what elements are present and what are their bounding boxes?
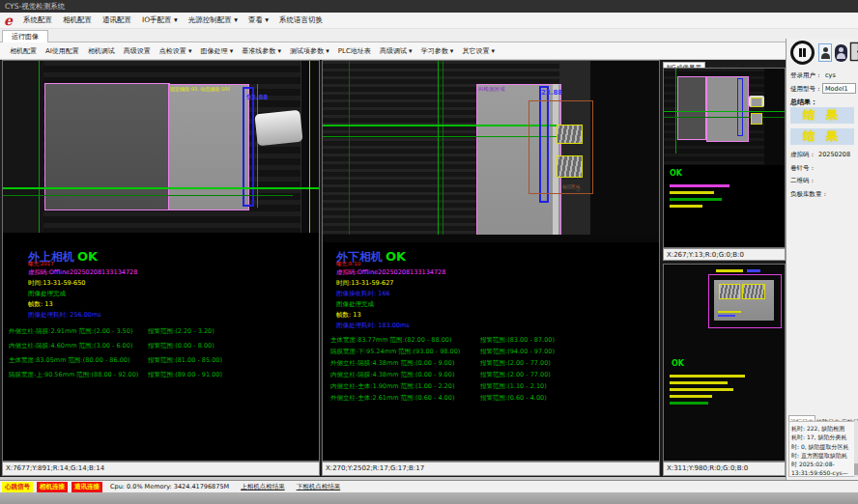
window-titlebar: CYS-视觉检测系统 <box>0 0 858 13</box>
alarm-range: 报警范围:(89.00 - 91.00) <box>148 371 222 379</box>
roi-blue-box <box>737 78 743 136</box>
blue-measure-label: 23.88 <box>541 89 562 97</box>
aux-bottom-ok-badge: OK <box>672 359 684 368</box>
user-icon <box>839 47 844 52</box>
tool-advanced-debug[interactable]: 高级调试 ▾ <box>380 46 413 56</box>
lower-camera-check-link[interactable]: 下相机点检结果 <box>297 483 341 491</box>
machine-shadow-left <box>3 61 43 233</box>
pin-number-label: 卷针号： <box>790 164 815 173</box>
alarm-range: 报警范围:(94.00 - 97.00) <box>480 348 555 356</box>
camera-connection-badge: 相机连接 <box>37 482 68 492</box>
measurement-row: 外侧立柱-隔膜:4.38mm 范围:(0.00 - 9.00) <box>330 359 454 368</box>
menu-item-view[interactable]: 查看 ▾ <box>248 15 269 25</box>
tool-ai-config[interactable]: AI使用配置 <box>45 46 79 56</box>
heartbeat-status-badge: 心跳信号 <box>2 482 33 492</box>
total-result-label: 总结果： <box>790 98 817 107</box>
result-display-1: 结 果 <box>790 107 854 124</box>
roi-pink-box-outer <box>44 83 170 210</box>
aux-top-coordbar: X:267;Y:13;R:0;G:0;B:0 <box>663 248 786 261</box>
result-display-2: 结 果 <box>790 128 854 145</box>
measurement-row: 内侧立柱-主体:1.90mm 范围:(1.00 - 2.20) <box>330 382 454 391</box>
aux-top-viewport[interactable]: OK <box>664 69 785 247</box>
alarm-range: 报警范围:(81.00 - 85.00) <box>148 356 222 365</box>
green-baseline-vertical <box>39 61 40 233</box>
left-camera-ok-badge: OK <box>77 249 98 264</box>
mid-camera-coordbar: X:270;Y:2502;R:17;G:17;B:17 <box>322 462 660 476</box>
user-login-button[interactable] <box>818 43 832 62</box>
measurement-row: 隔膜宽度-上:90.56mm 范围:(88.00 - 92.00) <box>9 371 138 379</box>
tool-spot-check[interactable]: 点检设置 ▾ <box>159 46 192 56</box>
model-select[interactable]: Model1 <box>822 83 856 94</box>
user-icon-body <box>837 53 845 59</box>
qr-code-label: 二维码： <box>790 177 815 185</box>
log-scrollbar-thumb[interactable] <box>854 463 858 475</box>
menu-item-language[interactable]: 系统语言切换 <box>279 15 323 25</box>
login-user-value: cys <box>825 71 836 79</box>
ai-region-label: AI检测区域 <box>478 86 504 93</box>
measurement-row: 外侧立柱-主体:2.61mm 范围:(0.60 - 4.00) <box>330 394 454 403</box>
defect-yellow-box-1 <box>751 98 762 107</box>
tiny-text-line <box>718 315 735 317</box>
tiny-text-line <box>716 269 743 272</box>
aux-tab-bar: NG成像显示相机内成像故障内成像 <box>663 55 786 68</box>
aux-top-panel: OK <box>663 68 786 248</box>
threshold-overlay-label: 固定阈值:93, 动态阈值:100 <box>170 86 230 92</box>
mid-camera-viewport[interactable]: AI检测区域 23.88 检测区域 <box>323 61 659 242</box>
upper-camera-check-link[interactable]: 上相机点检结果 <box>241 483 285 491</box>
menu-item-system-config[interactable]: 系统配置 <box>23 15 52 25</box>
alarm-range: 报警范围:(2.00 - 77.00) <box>480 359 551 368</box>
left-camera-panel: 固定阈值:93, 动态阈值:100 93.88 外上相机OK 曝光:2017 虚… <box>2 60 320 462</box>
tool-test-params[interactable]: 测试项参数 ▾ <box>290 46 329 56</box>
left-elapsed-text: 图像处理耗时: 256.00ms <box>28 311 101 320</box>
tool-other-settings[interactable]: 其它设置 ▾ <box>462 46 495 56</box>
tool-image-process[interactable]: 图像处理 ▾ <box>201 46 234 56</box>
user-profile-button[interactable] <box>835 44 847 62</box>
mid-camera-ok-badge: OK <box>386 249 406 264</box>
menu-bar: e 系统配置 相机配置 通讯配置 IO手配置 ▾ 光源控制配置 ▾ 查看 ▾ 系… <box>0 13 858 29</box>
aux-bottom-viewport[interactable]: OK <box>664 265 785 461</box>
measurement-row: 内侧立柱-隔膜:4.38mm 范围:(0.00 - 9.00) <box>330 371 454 379</box>
tiny-text-line <box>670 184 729 187</box>
log-tab-bar: 运行日志缺陷日志审核日志 <box>788 409 858 421</box>
menu-item-light-config[interactable]: 光源控制配置 ▾ <box>188 15 238 25</box>
left-exposure-text: 曝光:2017 <box>28 261 54 267</box>
log-text-area[interactable]: 耗时: 222, 缺陷检测耗时: 17, 缺陷分类耗时: 0, 缺陷提取分区耗时… <box>788 421 857 477</box>
user-icon <box>823 47 828 52</box>
alarm-range: 报警范围:(83.00 - 87.00) <box>480 336 555 345</box>
left-camera-viewport[interactable]: 固定阈值:93, 动态阈值:100 93.88 <box>3 61 319 233</box>
tool-learn-params[interactable]: 学习参数 ▾ <box>421 46 454 56</box>
window-bottom-strip <box>0 492 858 504</box>
tool-camera-debug[interactable]: 相机调试 <box>88 46 115 56</box>
logout-button[interactable] <box>849 42 858 62</box>
tool-plc-table[interactable]: PLC地址表 <box>338 46 371 56</box>
defect-yellow-box-2 <box>751 113 762 125</box>
roi-pink-box-outer <box>677 76 706 140</box>
tiny-text-line <box>670 205 702 208</box>
mid-time-text: 时间:13-31-59-627 <box>336 279 393 288</box>
app-window: CYS-视觉检测系统 e 系统配置 相机配置 通讯配置 IO手配置 ▾ 光源控制… <box>0 0 858 504</box>
mid-frame-count-text: 帧数: 13 <box>336 311 361 320</box>
roi-brown-box <box>529 100 593 194</box>
alarm-range: 报警范围:(2.20 - 3.20) <box>148 327 214 336</box>
window-title: CYS-视觉检测系统 <box>5 2 65 11</box>
vcode-value: 20250208 <box>818 151 850 158</box>
tiny-text-line <box>747 269 760 272</box>
menu-item-camera-config[interactable]: 相机配置 <box>63 15 92 25</box>
left-time-text: 时间:13-31-59-650 <box>28 279 85 288</box>
defect-yellow-box-1 <box>557 125 583 144</box>
green-baseline-horizontal-1 <box>664 111 785 112</box>
tiny-text-line <box>670 402 708 405</box>
green-baseline-horizontal-2 <box>323 136 559 137</box>
green-baseline-vertical-1 <box>438 61 439 242</box>
alarm-range: 报警范围:(1.10 - 2.10) <box>480 382 547 391</box>
tool-camera-config[interactable]: 相机配置 <box>10 46 37 56</box>
tool-advanced-settings[interactable]: 高级设置 <box>124 46 151 56</box>
mid-camera-panel: AI检测区域 23.88 检测区域 外下相机OK 曝光:8:10 虚拟码:Off… <box>322 60 660 462</box>
tool-baseline-params[interactable]: 基准线参数 ▾ <box>242 46 281 56</box>
tab-run-image[interactable]: 运行图像 <box>2 30 48 43</box>
menu-item-io-config[interactable]: IO手配置 ▾ <box>142 15 178 25</box>
alarm-range: 报警范围:(0.60 - 4.00) <box>480 394 547 403</box>
green-baseline-horizontal-1 <box>323 125 559 126</box>
pause-button[interactable] <box>790 41 815 65</box>
menu-item-comm-config[interactable]: 通讯配置 <box>102 15 131 25</box>
